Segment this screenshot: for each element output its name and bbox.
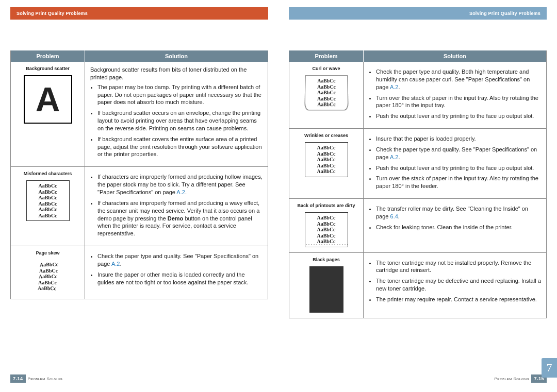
sample-background-scatter: A — [24, 75, 72, 124]
solution-item: The paper may be too damp. Try printing … — [97, 83, 263, 107]
page-number-left: 7.14 — [10, 374, 26, 383]
sample-black-page — [309, 266, 343, 313]
footer-right: Problem Solving 7.15 — [493, 374, 547, 383]
problem-name: Black pages — [294, 257, 358, 262]
page-ref-link[interactable]: A.2 — [111, 261, 120, 267]
problem-cell: Wrinkles or creasesAaBbCcAaBbCcAaBbCcAaB… — [289, 129, 364, 199]
page-right: Solving Print Quality Problems Problem S… — [278, 0, 557, 392]
solution-item: Insure the paper or other media is loade… — [97, 271, 263, 286]
col-solution: Solution — [364, 50, 547, 62]
sample-misformed: AaBbCcAaBbCcAaBbCcAaBbCcAaBbCcAaBbCc — [26, 180, 70, 221]
problem-name: Back of printouts are dirty — [294, 203, 358, 208]
chapter-tab-number: 7 — [547, 361, 552, 374]
solution-item: Check the paper type and quality. See "P… — [376, 146, 541, 161]
solution-item: Turn over the stack of paper in the inpu… — [376, 94, 541, 110]
table-row: Page skewAaBbCcAaBbCcAaBbCcAaBbCcAaBbCcC… — [11, 246, 268, 299]
chapter-tab: 7 — [542, 358, 557, 378]
solution-list: The paper may be too damp. Try printing … — [90, 83, 263, 159]
document-spread: Solving Print Quality Problems Problem S… — [0, 0, 557, 392]
table-row: Curl or waveAaBbCcAaBbCcAaBbCcAaBbCcAaBb… — [289, 62, 546, 129]
solution-item: Check the paper type and quality. Both h… — [376, 68, 541, 91]
problem-name: Page skew — [16, 250, 79, 255]
solution-item: If characters are improperly formed and … — [97, 173, 263, 196]
solution-intro: Background scatter results from bits of … — [90, 66, 263, 81]
solution-list: Check the paper type and quality. See "P… — [90, 252, 263, 286]
solution-item: The transfer roller may be dirty. See "C… — [376, 205, 541, 220]
page-left: Solving Print Quality Problems Problem S… — [0, 0, 278, 392]
page-ref-link[interactable]: 6.4 — [390, 213, 398, 219]
table-row: Black pagesThe toner cartridge may not b… — [289, 252, 546, 318]
solution-item: Push the output lever and try printing t… — [376, 112, 541, 120]
table-wrap-left: Problem Solution Background scatterABack… — [10, 50, 268, 299]
sample-dirty: AaBbCcAaBbCcAaBbCcAaBbCcAaBbCc — [305, 212, 348, 247]
solution-list: If characters are improperly formed and … — [90, 173, 263, 237]
page-ref-link[interactable]: A.2 — [176, 189, 185, 195]
problem-name: Background scatter — [16, 66, 79, 71]
header-right: Solving Print Quality Problems — [289, 7, 547, 20]
header-left: Solving Print Quality Problems — [10, 7, 268, 20]
solution-cell: Check the paper type and quality. Both h… — [364, 62, 547, 129]
table-row: Wrinkles or creasesAaBbCcAaBbCcAaBbCcAaB… — [289, 129, 546, 199]
header-left-text: Solving Print Quality Problems — [17, 11, 88, 16]
sample-wrinkle: AaBbCcAaBbCcAaBbCcAaBbCcAaBbCc — [305, 142, 348, 177]
solution-item: Check for leaking toner. Clean the insid… — [376, 224, 541, 231]
page-ref-link[interactable]: A.2 — [390, 84, 399, 90]
problem-cell: Back of printouts are dirtyAaBbCcAaBbCcA… — [289, 199, 364, 253]
solution-cell: Background scatter results from bits of … — [85, 62, 268, 167]
col-problem: Problem — [289, 50, 364, 62]
solution-cell: Check the paper type and quality. See "P… — [85, 246, 268, 299]
problem-cell: Curl or waveAaBbCcAaBbCcAaBbCcAaBbCcAaBb… — [289, 62, 364, 129]
problem-name: Misformed characters — [16, 171, 79, 176]
solution-item: If characters are improperly formed and … — [97, 199, 263, 237]
problem-cell: Page skewAaBbCcAaBbCcAaBbCcAaBbCcAaBbCc — [11, 246, 85, 299]
col-problem: Problem — [11, 50, 85, 62]
troubleshoot-table-right: Problem Solution Curl or waveAaBbCcAaBbC… — [289, 50, 546, 318]
troubleshoot-table-left: Problem Solution Background scatterABack… — [11, 50, 268, 299]
solution-item: If background scatter covers the entire … — [97, 135, 263, 159]
sample-curl: AaBbCcAaBbCcAaBbCcAaBbCcAaBbCc — [304, 75, 348, 110]
solution-item: The printer may require repair. Contact … — [376, 296, 541, 303]
solution-item: The toner cartridge may be defective and… — [376, 277, 541, 293]
solution-cell: The transfer roller may be dirty. See "C… — [364, 199, 547, 253]
sample-skew: AaBbCcAaBbCcAaBbCcAaBbCcAaBbCc — [27, 260, 69, 294]
footer-left: 7.14 Problem Solving — [10, 374, 65, 383]
solution-item: If background scatter occurs on an envel… — [97, 109, 263, 132]
solution-item: The toner cartridge may not be installed… — [376, 259, 541, 275]
solution-item: Check the paper type and quality. See "P… — [97, 252, 263, 268]
col-solution: Solution — [85, 50, 268, 62]
solution-item: Insure that the paper is loaded properly… — [376, 135, 541, 143]
footer-label-left: Problem Solving — [28, 377, 63, 381]
solution-list: The toner cartridge may not be installed… — [369, 259, 541, 303]
solution-cell: Insure that the paper is loaded properly… — [364, 129, 547, 199]
header-right-text: Solving Print Quality Problems — [469, 11, 540, 16]
problem-name: Curl or wave — [294, 66, 358, 71]
problem-cell: Misformed charactersAaBbCcAaBbCcAaBbCcAa… — [11, 167, 85, 246]
solution-list: The transfer roller may be dirty. See "C… — [369, 205, 541, 231]
problem-cell: Black pages — [289, 252, 364, 318]
problem-name: Wrinkles or creases — [294, 133, 358, 138]
solution-list: Insure that the paper is loaded properly… — [369, 135, 541, 190]
table-row: Background scatterABackground scatter re… — [11, 62, 268, 167]
solution-list: Check the paper type and quality. Both h… — [369, 68, 541, 120]
page-ref-link[interactable]: A.2 — [390, 154, 399, 160]
table-wrap-right: Problem Solution Curl or waveAaBbCcAaBbC… — [289, 50, 547, 318]
footer-label-right: Problem Solving — [495, 377, 530, 381]
solution-item: Turn over the stack of paper in the inpu… — [376, 175, 541, 190]
problem-cell: Background scatterA — [11, 62, 85, 167]
solution-item: Push the output lever and try printing t… — [376, 164, 541, 172]
table-row: Misformed charactersAaBbCcAaBbCcAaBbCcAa… — [11, 167, 268, 246]
solution-cell: The toner cartridge may not be installed… — [364, 252, 547, 318]
solution-cell: If characters are improperly formed and … — [85, 167, 268, 246]
table-row: Back of printouts are dirtyAaBbCcAaBbCcA… — [289, 199, 546, 253]
